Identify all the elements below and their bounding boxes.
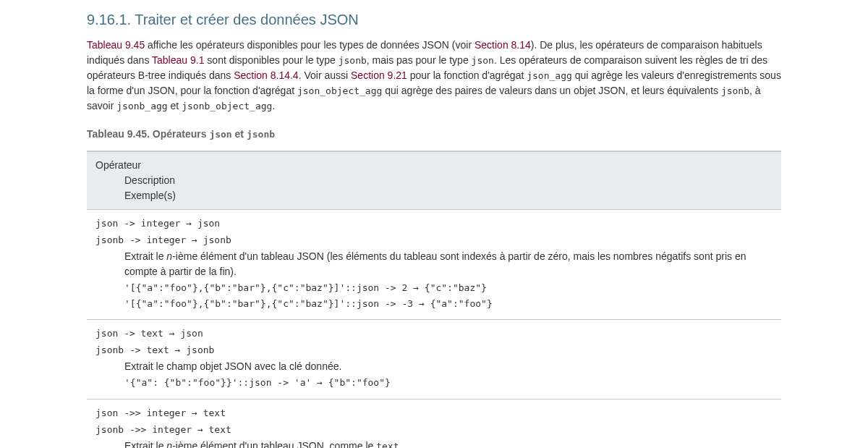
link-tableau-9-1[interactable]: Tableau 9.1	[152, 54, 204, 66]
signature: json -> integer → json	[95, 218, 220, 229]
header-description: Description	[124, 173, 773, 188]
code-json: json	[472, 55, 494, 66]
signature: jsonb -> integer → jsonb	[95, 234, 231, 245]
signature: jsonb ->> integer → text	[95, 424, 231, 435]
signature: json -> text → json	[95, 328, 203, 339]
table-header-cell: Opérateur Description Exemple(s)	[87, 151, 781, 210]
text: sont disponibles pour le type	[204, 54, 338, 66]
example: '[{"a":"foo"},{"b":"bar"},{"c":"baz"}]':…	[124, 297, 773, 311]
code-json-agg: json_agg	[527, 70, 572, 81]
code-jsonb-object-agg: jsonb_object_agg	[182, 101, 272, 111]
intro-paragraph: Tableau 9.45 affiche les opérateurs disp…	[87, 38, 781, 114]
link-section-9-21[interactable]: Section 9.21	[351, 69, 407, 81]
text: .	[272, 100, 275, 111]
caption-prefix: Tableau 9.45. Opérateurs	[87, 128, 209, 140]
caption-mid: et	[232, 128, 247, 140]
code-jsonb: jsonb	[339, 55, 367, 66]
text: qui agrège des paires de valeurs dans un…	[382, 85, 721, 96]
table-row: json ->> integer → text jsonb ->> intege…	[87, 399, 781, 448]
example: '[{"a":"foo"},{"b":"bar"},{"c":"baz"}]':…	[124, 281, 773, 295]
description-text: Extrait le champ objet JSON avec la clé …	[124, 359, 773, 374]
header-operator: Opérateur	[95, 158, 773, 173]
link-section-8-14-4[interactable]: Section 8.14.4	[234, 69, 299, 81]
table-row: json -> integer → json jsonb -> integer …	[87, 210, 781, 320]
text: et	[168, 100, 182, 111]
signature: jsonb -> text → jsonb	[95, 345, 214, 355]
operators-table: Opérateur Description Exemple(s) json ->…	[87, 151, 781, 448]
header-examples: Exemple(s)	[124, 188, 773, 203]
link-tableau-9-45[interactable]: Tableau 9.45	[87, 39, 145, 51]
text: , mais pas pour le type	[367, 54, 472, 66]
caption-code-jsonb: jsonb	[247, 129, 275, 140]
text: . Voir aussi	[299, 69, 351, 81]
description-text: Extrait le n-ième élément d'un tableau J…	[124, 249, 773, 279]
description-text: Extrait le n-ième élément d'un tableau J…	[124, 439, 773, 449]
table-row: json -> text → json jsonb -> text → json…	[87, 320, 781, 400]
caption-code-json: json	[209, 129, 231, 140]
link-section-8-14[interactable]: Section 8.14	[475, 39, 531, 51]
example: '{"a": {"b":"foo"}}'::json -> 'a' → {"b"…	[124, 376, 773, 390]
code-jsonb-agg: jsonb_agg	[116, 101, 167, 111]
table-caption: Tableau 9.45. Opérateurs json et jsonb	[87, 127, 781, 142]
text: pour la fonction d'agrégat	[407, 69, 527, 81]
section-title: 9.16.1. Traiter et créer des données JSO…	[87, 9, 781, 30]
code-json-object-agg: json_object_agg	[297, 85, 382, 96]
text: affiche les opérateurs disponibles pour …	[145, 39, 475, 51]
signature: json ->> integer → text	[95, 407, 226, 418]
code-jsonb: jsonb	[721, 85, 749, 96]
